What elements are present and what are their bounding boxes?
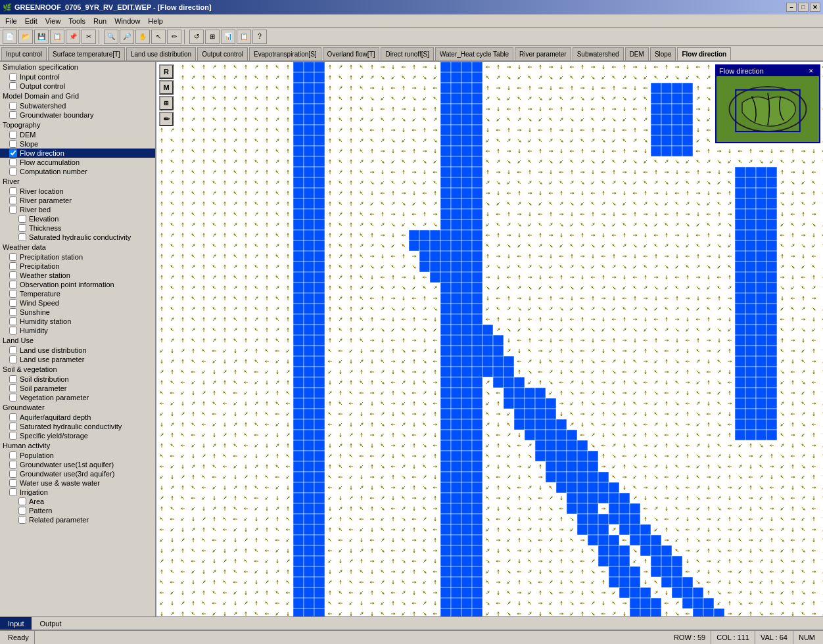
tb-new[interactable]: 📄 bbox=[3, 30, 17, 44]
menu-run[interactable]: Run bbox=[89, 16, 110, 26]
cb-humidity[interactable] bbox=[9, 327, 17, 334]
tb-save[interactable]: 💾 bbox=[34, 30, 49, 44]
tb-help[interactable]: ? bbox=[252, 30, 267, 44]
cb-sat-hydraulic[interactable] bbox=[18, 233, 26, 241]
sidebar-sunshine[interactable]: Sunshine bbox=[0, 308, 155, 317]
sidebar-weather-station[interactable]: Weather station bbox=[0, 271, 155, 280]
map-tool-1[interactable]: R bbox=[159, 64, 174, 79]
cb-precip-station[interactable] bbox=[9, 253, 17, 261]
tab-land-use-dist[interactable]: Land use distribution bbox=[126, 47, 196, 60]
cb-related-param[interactable] bbox=[18, 516, 26, 524]
sidebar-veg-param[interactable]: Vegetation parameter bbox=[0, 393, 155, 402]
cb-input-control[interactable] bbox=[9, 73, 17, 81]
cb-humidity-station[interactable] bbox=[9, 317, 17, 325]
cb-thickness[interactable] bbox=[18, 224, 26, 232]
cb-slope[interactable] bbox=[9, 140, 17, 148]
cb-temperature[interactable] bbox=[9, 290, 17, 298]
tab-evapotranspiration[interactable]: Evapotranspiration[S] bbox=[249, 47, 321, 60]
cb-river-location[interactable] bbox=[9, 187, 17, 195]
tab-slope[interactable]: Slope bbox=[650, 47, 676, 60]
tb-grid[interactable]: ⊞ bbox=[205, 30, 220, 44]
tb-select[interactable]: ↖ bbox=[151, 30, 166, 44]
cb-precipitation[interactable] bbox=[9, 262, 17, 270]
cb-sat-hyd-gw[interactable] bbox=[9, 423, 17, 430]
cb-gw-use-1st[interactable] bbox=[9, 461, 17, 469]
tb-table[interactable]: 📋 bbox=[237, 30, 251, 44]
tb-pencil[interactable]: ✏ bbox=[167, 30, 181, 44]
tab-surface-temp[interactable]: Surface temperature[T] bbox=[48, 47, 125, 60]
tb-chart[interactable]: 📊 bbox=[221, 30, 235, 44]
menu-edit[interactable]: Edit bbox=[21, 16, 41, 26]
tab-direct-runoff[interactable]: Direct runoff[S] bbox=[381, 47, 434, 60]
menu-view[interactable]: View bbox=[41, 16, 65, 26]
cb-land-use-dist[interactable] bbox=[9, 346, 17, 354]
sidebar-output-control[interactable]: Output control bbox=[0, 81, 155, 91]
tb-zoomout[interactable]: 🔎 bbox=[120, 30, 134, 44]
sidebar-temperature[interactable]: Temperature bbox=[0, 289, 155, 298]
menu-window[interactable]: Window bbox=[110, 16, 144, 26]
sidebar-river-location[interactable]: River location bbox=[0, 187, 155, 196]
sidebar-flow-direction[interactable]: Flow direction bbox=[0, 149, 155, 158]
map-tool-3[interactable]: ⊞ bbox=[159, 96, 174, 110]
minimize-button[interactable]: – bbox=[786, 3, 797, 12]
cb-soil-param[interactable] bbox=[9, 384, 17, 392]
sidebar-gw-use-3rd[interactable]: Groundwater use(3rd aquifer) bbox=[0, 469, 155, 478]
tb-copy[interactable]: 📋 bbox=[50, 30, 64, 44]
cb-flow-direction[interactable] bbox=[9, 149, 17, 157]
sidebar-water-waste[interactable]: Water use & waste water bbox=[0, 478, 155, 488]
sidebar-river-parameter[interactable]: River parameter bbox=[0, 196, 155, 205]
cb-subwatershed[interactable] bbox=[9, 102, 17, 110]
tb-zoomin[interactable]: 🔍 bbox=[104, 30, 118, 44]
tb-paste[interactable]: 📌 bbox=[66, 30, 80, 44]
sidebar-elevation[interactable]: Elevation bbox=[0, 214, 155, 223]
close-button[interactable]: ✕ bbox=[810, 3, 820, 12]
sidebar-precipitation[interactable]: Precipitation bbox=[0, 262, 155, 271]
tab-dem[interactable]: DEM bbox=[625, 47, 649, 60]
sidebar-groundwater-boundary[interactable]: Groundwater boundary bbox=[0, 110, 155, 120]
sidebar-precip-station[interactable]: Precipitation station bbox=[0, 252, 155, 262]
cb-area[interactable] bbox=[18, 497, 26, 505]
tab-input-control[interactable]: Input control bbox=[1, 47, 47, 60]
sidebar-related-param[interactable]: Related parameter bbox=[0, 515, 155, 524]
tab-flow-direction[interactable]: Flow direction bbox=[677, 47, 731, 60]
sidebar-aquifer-depth[interactable]: Aquifer/aquitard depth bbox=[0, 413, 155, 422]
cb-observation-point[interactable] bbox=[9, 281, 17, 288]
sidebar-soil-dist[interactable]: Soil distribution bbox=[0, 375, 155, 384]
tb-open[interactable]: 📂 bbox=[18, 30, 33, 44]
sidebar-dem[interactable]: DEM bbox=[0, 130, 155, 139]
sidebar-river-bed[interactable]: River bed bbox=[0, 205, 155, 214]
tab-overland-flow[interactable]: Overland flow[T] bbox=[323, 47, 380, 60]
bottom-tab-input[interactable]: Input bbox=[0, 617, 32, 630]
sidebar-flow-accumulation[interactable]: Flow accumulation bbox=[0, 158, 155, 167]
cb-population[interactable] bbox=[9, 451, 17, 459]
sidebar-population[interactable]: Population bbox=[0, 451, 155, 460]
sidebar-thickness[interactable]: Thickness bbox=[0, 223, 155, 233]
cb-output-control[interactable] bbox=[9, 82, 17, 90]
cb-soil-dist[interactable] bbox=[9, 375, 17, 383]
tab-output-control[interactable]: Output control bbox=[197, 47, 248, 60]
sidebar[interactable]: Simulation specification Input control O… bbox=[0, 62, 156, 616]
sidebar-irrigation[interactable]: Irrigation bbox=[0, 488, 155, 497]
maximize-button[interactable]: □ bbox=[798, 3, 809, 12]
tab-river-param[interactable]: River parameter bbox=[515, 47, 571, 60]
menu-help[interactable]: Help bbox=[144, 16, 167, 26]
sidebar-gw-use-1st[interactable]: Groundwater use(1st aquifer) bbox=[0, 460, 155, 469]
cb-flow-accumulation[interactable] bbox=[9, 158, 17, 166]
sidebar-humidity-station[interactable]: Humidity station bbox=[0, 317, 155, 326]
sidebar-sat-hydraulic[interactable]: Saturated hydraulic conductivity bbox=[0, 233, 155, 242]
sidebar-slope[interactable]: Slope bbox=[0, 139, 155, 149]
cb-wind-speed[interactable] bbox=[9, 299, 17, 307]
sidebar-subwatershed[interactable]: Subwatershed bbox=[0, 101, 155, 110]
sidebar-observation-point[interactable]: Observation point information bbox=[0, 280, 155, 289]
sidebar-land-use-param[interactable]: Land use parameter bbox=[0, 355, 155, 364]
menu-tools[interactable]: Tools bbox=[64, 16, 89, 26]
sidebar-computation-number[interactable]: Computation number bbox=[0, 167, 155, 176]
cb-specific-yield[interactable] bbox=[9, 432, 17, 440]
cb-sunshine[interactable] bbox=[9, 308, 17, 316]
tab-water-heat[interactable]: Water_Heat cycle Table bbox=[435, 47, 513, 60]
cb-weather-station[interactable] bbox=[9, 271, 17, 279]
map-area[interactable]: R M ⊞ ✏ Flow direction ✕ bbox=[156, 62, 823, 616]
cb-elevation[interactable] bbox=[18, 215, 26, 223]
cb-land-use-param[interactable] bbox=[9, 356, 17, 363]
tb-refresh[interactable]: ↺ bbox=[189, 30, 204, 44]
